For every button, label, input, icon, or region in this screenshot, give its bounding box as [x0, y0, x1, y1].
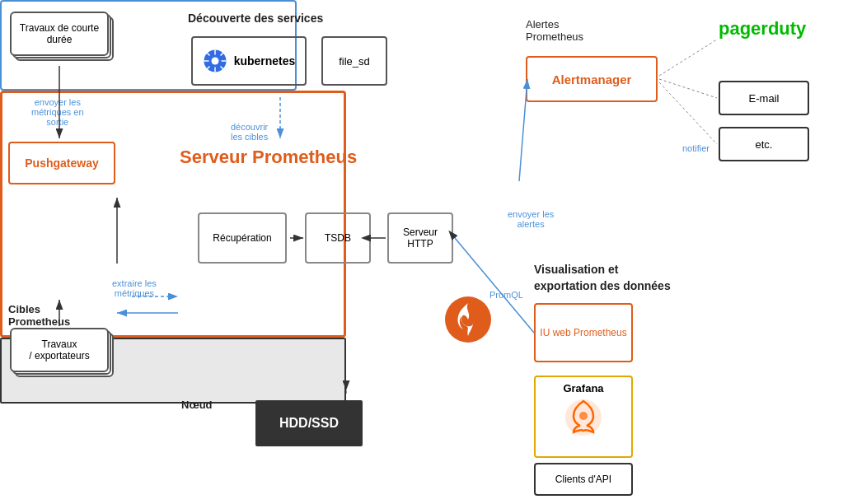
pagerduty-label: pagerduty	[719, 18, 806, 40]
jobs-exporters-label: Travaux / exportateurs	[29, 338, 89, 362]
email-label: E-mail	[749, 92, 780, 105]
envoyer-alertes-label: envoyer les alertes	[508, 209, 554, 229]
viz-label: Visualisation et exportation des données	[534, 262, 671, 294]
envoyer-metriques-label: envoyer les métriques en sortie	[31, 97, 84, 127]
node-label: Nœud	[181, 399, 213, 411]
email-box: E-mail	[719, 81, 809, 115]
etc-box: etc.	[719, 127, 809, 161]
kubernetes-label: kubernetes	[234, 54, 296, 68]
extraire-metriques-label: extraire les métriques	[112, 278, 157, 298]
alertmanager-box: Alertmanager	[526, 56, 658, 102]
svg-point-1	[211, 58, 218, 65]
prometheus-fire-icon	[445, 296, 491, 343]
file-sd-label: file_sd	[339, 55, 370, 68]
svg-line-25	[659, 79, 717, 98]
grafana-label: Grafana	[563, 382, 603, 394]
tsdb-label: TSDB	[325, 232, 351, 244]
iuweb-box: IU web Prometheus	[534, 303, 633, 362]
etc-label: etc.	[756, 138, 773, 151]
http-server-label: Serveur HTTP	[403, 226, 438, 250]
recuperation-label: Récupération	[213, 232, 271, 244]
iuweb-label: IU web Prometheus	[540, 327, 626, 338]
short-jobs-label: Travaux de courte durée	[15, 22, 104, 45]
service-discovery-title: Découverte des services	[188, 12, 323, 25]
file-sd-box: file_sd	[321, 36, 387, 86]
svg-line-24	[659, 40, 717, 76]
http-server-box: Serveur HTTP	[387, 212, 453, 264]
hdd-box: HDD/SSD	[255, 400, 363, 446]
tsdb-box: TSDB	[305, 212, 371, 264]
cibles-label: Cibles Prometheus	[8, 303, 70, 328]
recuperation-box: Récupération	[198, 212, 287, 264]
pushgateway-box: Pushgateway	[8, 142, 115, 184]
alertmanager-label: Alertmanager	[552, 72, 632, 86]
grafana-box: Grafana	[534, 376, 633, 458]
short-jobs-box: Travaux de courte durée	[10, 12, 109, 56]
hdd-label: HDD/SSD	[279, 416, 339, 431]
grafana-icon	[564, 398, 603, 437]
api-clients-box: Clients d'API	[534, 463, 633, 496]
jobs-exporters-box: Travaux / exportateurs	[10, 328, 109, 372]
kubernetes-box: kubernetes	[191, 36, 307, 86]
pushgateway-label: Pushgateway	[25, 156, 98, 170]
svg-line-26	[659, 82, 717, 144]
promql-label: PromQL	[489, 290, 523, 300]
api-clients-label: Clients d'API	[555, 474, 611, 485]
notifier-label: notifier	[682, 143, 710, 153]
kubernetes-icon	[203, 49, 227, 73]
prometheus-server-box	[0, 91, 346, 338]
decouvrir-cibles-label: découvrir les cibles	[231, 122, 268, 142]
prometheus-server-title: Serveur Prometheus	[180, 147, 357, 168]
svg-point-12	[579, 412, 588, 420]
alertes-prometheus-label: Alertes Prometheus	[526, 18, 583, 43]
